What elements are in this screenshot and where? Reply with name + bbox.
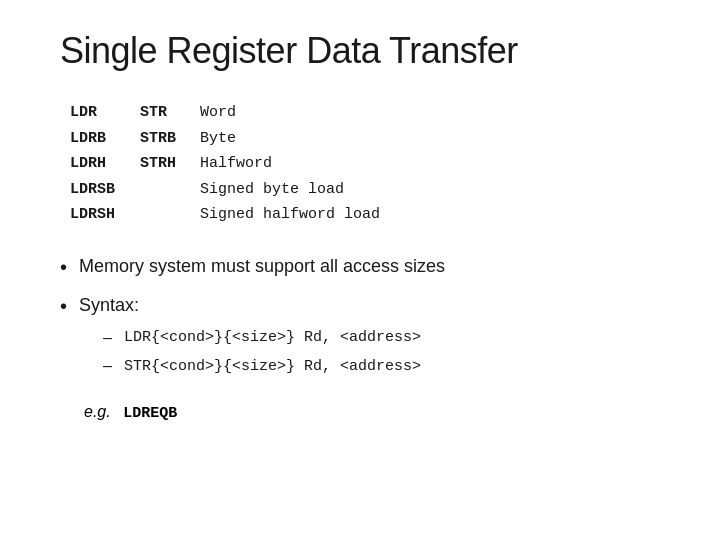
col-str: [140, 202, 200, 228]
syntax-line-1: – LDR{<cond>}{<size>} Rd, <address>: [103, 324, 421, 353]
syntax-line-2: – STR{<cond>}{<size>} Rd, <address>: [103, 352, 421, 381]
table-row: LDRSHSigned halfword load: [70, 202, 660, 228]
col-ldr: LDRB: [70, 126, 140, 152]
dash-2: –: [103, 352, 112, 381]
col-str: [140, 177, 200, 203]
bullet-item-syntax: • Syntax: – LDR{<cond>}{<size>} Rd, <add…: [60, 295, 660, 382]
col-desc: Signed byte load: [200, 177, 344, 203]
dash-1: –: [103, 324, 112, 353]
col-str: STRH: [140, 151, 200, 177]
bullet-dot-2: •: [60, 295, 67, 318]
col-ldr: LDRH: [70, 151, 140, 177]
col-ldr: LDR: [70, 100, 140, 126]
bullet-item-memory: • Memory system must support all access …: [60, 256, 660, 279]
syntax-code-1: LDR{<cond>}{<size>} Rd, <address>: [124, 324, 421, 351]
bullet-text-syntax: Syntax:: [79, 295, 139, 315]
table-row: LDRBSTRBByte: [70, 126, 660, 152]
bullet-dot-1: •: [60, 256, 67, 279]
col-str: STR: [140, 100, 200, 126]
col-desc: Byte: [200, 126, 236, 152]
page: Single Register Data Transfer LDRSTRWord…: [0, 0, 720, 540]
instruction-table: LDRSTRWordLDRBSTRBByteLDRHSTRHHalfwordLD…: [70, 100, 660, 228]
bullet-text-memory: Memory system must support all access si…: [79, 256, 445, 277]
col-desc: Signed halfword load: [200, 202, 380, 228]
bullet-section: • Memory system must support all access …: [60, 256, 660, 382]
table-row: LDRSTRWord: [70, 100, 660, 126]
table-row: LDRSBSigned byte load: [70, 177, 660, 203]
syntax-sub: – LDR{<cond>}{<size>} Rd, <address> – ST…: [103, 324, 421, 382]
example-code: LDREQB: [123, 405, 177, 422]
col-ldr: LDRSB: [70, 177, 140, 203]
example-label: e.g.: [84, 403, 111, 420]
col-str: STRB: [140, 126, 200, 152]
page-title: Single Register Data Transfer: [60, 30, 660, 72]
col-desc: Halfword: [200, 151, 272, 177]
syntax-code-2: STR{<cond>}{<size>} Rd, <address>: [124, 353, 421, 380]
table-row: LDRHSTRHHalfword: [70, 151, 660, 177]
col-ldr: LDRSH: [70, 202, 140, 228]
example-section: e.g. LDREQB: [84, 403, 660, 422]
col-desc: Word: [200, 100, 236, 126]
